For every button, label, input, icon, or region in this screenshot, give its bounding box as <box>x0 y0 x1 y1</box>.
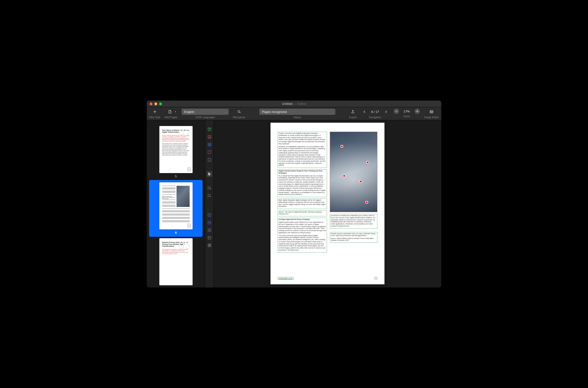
page-indicator[interactable]: 6 / 17 <box>370 110 381 114</box>
zoom-in-button[interactable] <box>415 109 420 114</box>
thumbnail-image <box>176 186 190 207</box>
nav-prev-button[interactable] <box>361 109 368 115</box>
zoom-out-button[interactable] <box>394 109 399 114</box>
status-field: Pages recognized <box>259 109 335 115</box>
footer-link[interactable]: WWW.ABBYY.COM <box>278 277 294 280</box>
svg-rect-4 <box>208 136 211 138</box>
page-view[interactable]: Today's consumers are digitally empowere… <box>214 120 441 288</box>
thumbnail-section-num: 03 <box>178 240 191 251</box>
document-title: Untitled <box>282 102 292 106</box>
add-pages-group: ▾ Add Pages <box>165 109 177 120</box>
chevron-down-icon[interactable]: ▾ <box>175 111 176 113</box>
svg-rect-9 <box>208 194 210 197</box>
ocr-language-select[interactable]: English ⌄ <box>182 109 229 115</box>
thumbnail-section-num: 02 <box>178 127 191 138</box>
image-editor-label: Image Editor <box>424 116 439 119</box>
background-area-tool[interactable] <box>207 149 212 155</box>
ocr-text-area[interactable]: A Unique Approach for Every Company Digi… <box>278 218 327 252</box>
recognize-group: Recognize <box>233 109 245 120</box>
document-edited-indicator: — Edited <box>292 102 306 106</box>
remove-area-part-tool[interactable] <box>207 193 212 199</box>
nav-next-button[interactable] <box>382 109 390 115</box>
svg-point-0 <box>238 111 240 112</box>
text-area-tool[interactable] <box>207 126 212 132</box>
thumbnail-page: 03 Robotic Process Automation – A Drivin… <box>159 238 193 285</box>
status-group: Pages recognized Status <box>250 109 345 120</box>
thumbnail-7[interactable]: 03 Robotic Process Automation – A Drivin… <box>147 237 205 287</box>
section-heading: Digital Transformation Requires New Thin… <box>279 170 326 174</box>
section-heading: A Unique Approach for Every Company <box>279 218 326 221</box>
delete-separator-tool[interactable] <box>207 227 212 233</box>
page-icon <box>187 167 191 171</box>
new-task-label: New Task <box>149 116 160 119</box>
chevron-down-icon: ⌄ <box>224 111 226 113</box>
image-editor-group: Image Editor <box>424 109 439 120</box>
page-footer: WWW.ABBYY.COM 6 <box>278 277 377 280</box>
add-pages-button[interactable] <box>166 109 173 115</box>
recognize-button[interactable] <box>236 109 243 115</box>
thumbnail-page: Digital Transformation Requires New Thin… <box>159 182 193 229</box>
app-body: 02 Tech Savvy Customers Are Driving Digi… <box>147 120 441 288</box>
ocr-text-area[interactable]: Bold, tightly integrated digital strateg… <box>278 198 327 209</box>
ocr-text-area[interactable]: Robotic process automation tools cut cos… <box>330 232 377 243</box>
export-group: Export <box>349 109 357 120</box>
thumbnail-6[interactable]: Digital Transformation Requires New Thin… <box>149 180 203 237</box>
thumbnail-body: This has left many companies striving to… <box>162 143 190 156</box>
toolbar: New Task ▾ Add Pages English ⌄ OCR Langu… <box>147 107 441 120</box>
zoom-label: Zoom <box>403 115 410 118</box>
add-vert-separator-tool[interactable] <box>207 212 212 218</box>
export-label: Export <box>349 116 357 119</box>
status-text: Pages recognized <box>262 110 287 114</box>
thumbnail-panel[interactable]: 02 Tech Savvy Customers Are Driving Digi… <box>147 120 205 288</box>
ocr-text-area[interactable]: Digital Transformation Requires New Thin… <box>278 169 327 197</box>
new-task-group: New Task <box>149 109 160 120</box>
svg-rect-7 <box>208 158 211 161</box>
status-label: Status <box>294 116 301 119</box>
page-canvas: Today's consumers are digitally empowere… <box>270 123 385 284</box>
app-window: Untitled — Edited New Task ▾ Add Pages <box>147 100 441 288</box>
ocr-text-area[interactable]: Source: "The Case for Digital Reinventio… <box>278 210 327 216</box>
page-icon <box>187 224 191 227</box>
ocr-languages-label: OCR Languages <box>196 116 215 119</box>
split-cells-tool[interactable] <box>207 242 212 248</box>
recognize-label: Recognize <box>233 116 245 119</box>
ocr-languages-group: English ⌄ OCR Languages <box>182 109 229 120</box>
image-editor-button[interactable] <box>428 109 435 115</box>
thumbnail-number: 5 <box>175 174 177 178</box>
pointer-tool[interactable] <box>207 171 212 177</box>
ocr-text-area[interactable]: Today's consumers are digitally empowere… <box>278 132 327 168</box>
area-toolstrip <box>205 120 214 288</box>
thumbnail-page: 02 Tech Savvy Customers Are Driving Digi… <box>159 126 193 173</box>
svg-rect-6 <box>208 151 211 154</box>
thumbnail-5[interactable]: 02 Tech Savvy Customers Are Driving Digi… <box>147 124 205 180</box>
add-pages-label: Add Pages <box>165 116 177 119</box>
add-area-part-tool[interactable] <box>207 185 212 191</box>
svg-rect-8 <box>208 187 210 189</box>
ocr-text-area[interactable]: processes to identify and understand you… <box>330 214 377 229</box>
navigation-group: 6 / 17 Navigation <box>361 109 390 120</box>
zoom-group: 17% Zoom <box>394 109 420 120</box>
thumbnail-number: 6 <box>175 231 177 234</box>
ocr-picture-area[interactable] <box>330 132 377 212</box>
add-horiz-separator-tool[interactable] <box>207 220 212 225</box>
navigation-label: Navigation <box>369 116 381 119</box>
merge-cells-tool[interactable] <box>207 235 212 241</box>
picture-area-tool[interactable] <box>207 134 212 140</box>
export-button[interactable] <box>349 109 356 115</box>
titlebar: Untitled — Edited <box>147 100 441 107</box>
new-task-button[interactable] <box>151 109 158 115</box>
window-title: Untitled — Edited <box>147 102 441 106</box>
ocr-language-value: English <box>184 110 194 114</box>
zoom-value[interactable]: 17% <box>400 110 413 113</box>
table-area-tool[interactable] <box>207 142 212 147</box>
recognition-area-tool[interactable] <box>207 157 212 163</box>
footer-page-number: 6 <box>374 277 377 280</box>
